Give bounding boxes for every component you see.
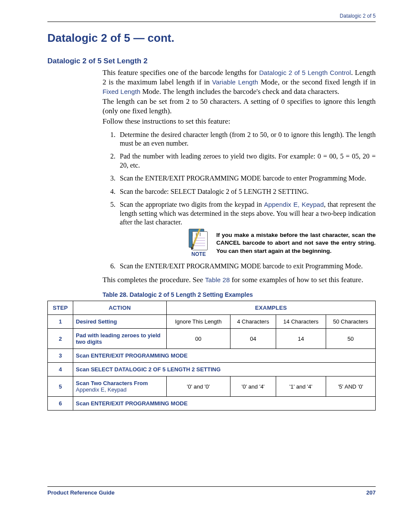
table-row: 4 Scan SELECT DATALOGIC 2 OF 5 LENGTH 2 … — [48, 363, 376, 376]
note-icon — [189, 229, 209, 250]
intro-paragraph-2: The length can be set from 2 to 50 chara… — [103, 97, 376, 116]
step-number: 2 — [48, 329, 73, 349]
step-item: Scan the barcode: SELECT Datalogic 2 of … — [117, 187, 376, 196]
intro-text: Mode, or the second fixed length if in — [258, 78, 376, 86]
intro-text: This feature specifies one of the barcod… — [103, 68, 259, 77]
action-cell: Pad with leading zeroes to yield two dig… — [73, 329, 167, 349]
table-caption: Table 28. Datalogic 2 of 5 Length 2 Sett… — [103, 291, 376, 298]
note-block: NOTE If you make a mistake before the la… — [189, 229, 376, 258]
intro-paragraph-1: This feature specifies one of the barcod… — [103, 68, 376, 96]
closing-text: for some examples of how to set this fea… — [230, 276, 363, 284]
full-action-cell: Scan SELECT DATALOGIC 2 OF 5 LENGTH 2 SE… — [73, 363, 376, 376]
appendix-keypad-link[interactable]: Appendix E, Keypad — [264, 201, 324, 208]
table-row: 3 Scan ENTER/EXIT PROGRAMMING MODE — [48, 349, 376, 363]
step-item: Scan the ENTER/EXIT PROGRAMMING MODE bar… — [117, 174, 376, 183]
step-number: 1 — [48, 315, 73, 329]
steps-list: Determine the desired character length (… — [103, 131, 376, 271]
intro-text: Mode. The length includes the barcode's … — [140, 87, 339, 96]
step-number: 3 — [48, 349, 73, 363]
example-cell: 14 Characters — [276, 315, 326, 329]
step-number: 5 — [48, 376, 73, 397]
appendix-keypad-link[interactable]: Appendix E, Keypad — [76, 386, 127, 393]
running-head: Datalogic 2 of 5 — [47, 13, 376, 19]
step-item: Scan the ENTER/EXIT PROGRAMMING MODE bar… — [117, 262, 376, 271]
example-cell: 14 — [276, 329, 326, 349]
step-number: 4 — [48, 363, 73, 376]
example-cell: '5' AND '0' — [326, 376, 375, 397]
action-cell: Scan Two Characters From Appendix E, Key… — [73, 376, 167, 397]
full-action-cell: Scan ENTER/EXIT PROGRAMMING MODE — [73, 349, 376, 363]
step-text: Scan the appropriate two digits from the… — [120, 201, 264, 208]
intro-paragraph-3: Follow these instructions to set this fe… — [103, 117, 376, 126]
example-cell: 00 — [167, 329, 230, 349]
top-rule — [47, 22, 376, 22]
step-number: 6 — [48, 397, 73, 411]
full-action-cell: Scan ENTER/EXIT PROGRAMMING MODE — [73, 397, 376, 411]
examples-table: STEP ACTION EXAMPLES 1 Desired Setting I… — [47, 301, 376, 411]
variable-length-link[interactable]: Variable Length — [212, 78, 258, 86]
table-link[interactable]: Table 28 — [205, 276, 230, 283]
table-row: 2 Pad with leading zeroes to yield two d… — [48, 329, 376, 349]
table-row: 1 Desired Setting Ignore This Length 4 C… — [48, 315, 376, 329]
closing-text: This completes the procedure. See — [103, 276, 205, 284]
length-control-link[interactable]: Datalogic 2 of 5 Length Control — [259, 69, 351, 76]
subsection-title: Datalogic 2 of 5 Set Length 2 — [47, 57, 376, 65]
table-row: 6 Scan ENTER/EXIT PROGRAMMING MODE — [48, 397, 376, 411]
example-cell: '1' and '4' — [276, 376, 326, 397]
table-header-row: STEP ACTION EXAMPLES — [48, 301, 376, 315]
note-label: NOTE — [191, 251, 206, 258]
example-cell: 50 — [326, 329, 375, 349]
header-examples: EXAMPLES — [167, 301, 376, 315]
step-item: Pad the number with leading zeroes to yi… — [117, 152, 376, 170]
example-cell: '0' and '0' — [167, 376, 230, 397]
example-cell: 50 Characters — [326, 315, 375, 329]
page-footer: Product Reference Guide 207 — [47, 486, 376, 496]
page-number: 207 — [366, 489, 376, 496]
example-cell: 04 — [230, 329, 276, 349]
header-action: ACTION — [73, 301, 167, 315]
example-cell: Ignore This Length — [167, 315, 230, 329]
example-cell: 4 Characters — [230, 315, 276, 329]
header-step: STEP — [48, 301, 73, 315]
step-item: Scan the appropriate two digits from the… — [117, 200, 376, 258]
footer-rule — [47, 486, 376, 487]
action-cell: Desired Setting — [73, 315, 167, 329]
section-title: Datalogic 2 of 5 — cont. — [47, 31, 376, 45]
note-text: If you make a mistake before the last ch… — [216, 231, 376, 255]
action-text: Scan Two Characters From — [76, 380, 148, 386]
step-item: Determine the desired character length (… — [117, 131, 376, 148]
table-row: 5 Scan Two Characters From Appendix E, K… — [48, 376, 376, 397]
closing-paragraph: This completes the procedure. See Table … — [103, 275, 376, 285]
example-cell: '0' and '4' — [230, 376, 276, 397]
fixed-length-link[interactable]: Fixed Length — [103, 88, 140, 95]
footer-left: Product Reference Guide — [47, 489, 115, 496]
